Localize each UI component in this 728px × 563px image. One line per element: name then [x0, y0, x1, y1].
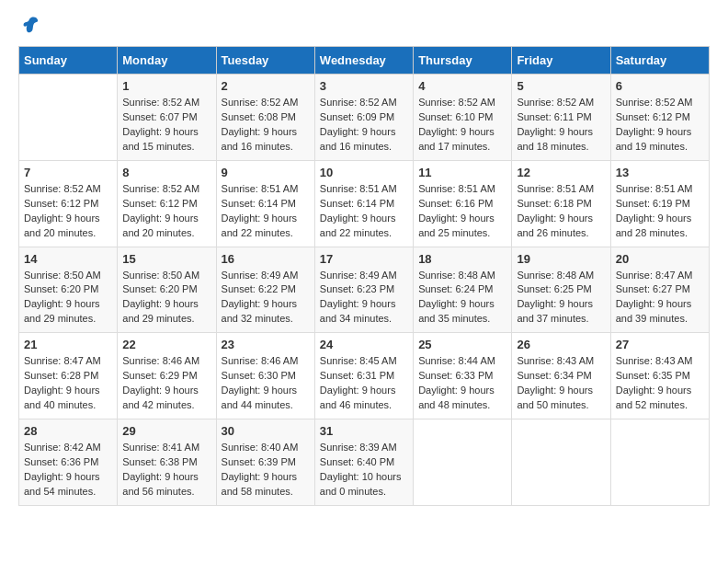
day-number: 31 [320, 424, 408, 438]
cell-content: Sunrise: 8:42 AM Sunset: 6:36 PM Dayligh… [24, 441, 112, 500]
cell-content: Sunrise: 8:51 AM Sunset: 6:18 PM Dayligh… [517, 182, 605, 241]
calendar-cell [414, 419, 512, 506]
calendar-cell: 20Sunrise: 8:47 AM Sunset: 6:27 PM Dayli… [610, 247, 709, 333]
cell-content: Sunrise: 8:52 AM Sunset: 6:09 PM Dayligh… [320, 96, 408, 155]
logo-bird-icon [20, 15, 40, 35]
cell-content: Sunrise: 8:49 AM Sunset: 6:23 PM Dayligh… [320, 269, 408, 327]
day-number: 17 [320, 252, 408, 266]
calendar-cell: 15Sunrise: 8:50 AM Sunset: 6:20 PM Dayli… [118, 247, 216, 333]
day-number: 19 [517, 252, 605, 266]
calendar-cell: 28Sunrise: 8:42 AM Sunset: 6:36 PM Dayli… [19, 419, 118, 506]
cell-content: Sunrise: 8:50 AM Sunset: 6:20 PM Dayligh… [24, 269, 112, 327]
calendar-cell: 21Sunrise: 8:47 AM Sunset: 6:28 PM Dayli… [19, 333, 118, 419]
day-number: 20 [616, 252, 704, 266]
calendar-cell: 4Sunrise: 8:52 AM Sunset: 6:10 PM Daylig… [414, 75, 512, 161]
calendar-cell: 7Sunrise: 8:52 AM Sunset: 6:12 PM Daylig… [19, 160, 118, 247]
cell-content: Sunrise: 8:47 AM Sunset: 6:27 PM Dayligh… [616, 269, 704, 327]
day-number: 13 [616, 166, 704, 179]
calendar-cell: 8Sunrise: 8:52 AM Sunset: 6:12 PM Daylig… [118, 160, 216, 247]
day-number: 5 [517, 79, 605, 93]
calendar-week-4: 21Sunrise: 8:47 AM Sunset: 6:28 PM Dayli… [19, 333, 710, 419]
col-header-friday: Friday [512, 47, 610, 75]
calendar-cell: 6Sunrise: 8:52 AM Sunset: 6:12 PM Daylig… [610, 75, 709, 161]
cell-content: Sunrise: 8:48 AM Sunset: 6:24 PM Dayligh… [418, 269, 506, 327]
calendar-week-2: 7Sunrise: 8:52 AM Sunset: 6:12 PM Daylig… [19, 160, 710, 247]
day-number: 10 [320, 166, 408, 179]
calendar-cell: 24Sunrise: 8:45 AM Sunset: 6:31 PM Dayli… [314, 333, 413, 419]
page-header [18, 15, 710, 35]
cell-content: Sunrise: 8:49 AM Sunset: 6:22 PM Dayligh… [222, 269, 310, 327]
day-number: 29 [122, 424, 210, 438]
calendar-cell: 29Sunrise: 8:41 AM Sunset: 6:38 PM Dayli… [118, 419, 216, 506]
calendar-cell: 9Sunrise: 8:51 AM Sunset: 6:14 PM Daylig… [216, 160, 314, 247]
day-number: 4 [418, 79, 506, 93]
calendar-cell: 13Sunrise: 8:51 AM Sunset: 6:19 PM Dayli… [610, 160, 709, 247]
logo [18, 15, 40, 35]
cell-content: Sunrise: 8:43 AM Sunset: 6:35 PM Dayligh… [616, 354, 704, 413]
day-number: 22 [122, 338, 210, 351]
day-number: 16 [222, 252, 310, 266]
calendar-header: SundayMondayTuesdayWednesdayThursdayFrid… [19, 47, 710, 75]
calendar-cell: 27Sunrise: 8:43 AM Sunset: 6:35 PM Dayli… [610, 333, 709, 419]
cell-content: Sunrise: 8:48 AM Sunset: 6:25 PM Dayligh… [517, 269, 605, 327]
day-number: 12 [517, 166, 605, 179]
calendar-cell: 30Sunrise: 8:40 AM Sunset: 6:39 PM Dayli… [216, 419, 314, 506]
calendar-cell [610, 419, 709, 506]
cell-content: Sunrise: 8:52 AM Sunset: 6:07 PM Dayligh… [122, 96, 210, 155]
calendar-cell: 16Sunrise: 8:49 AM Sunset: 6:22 PM Dayli… [216, 247, 314, 333]
calendar-cell: 10Sunrise: 8:51 AM Sunset: 6:14 PM Dayli… [314, 160, 413, 247]
day-number: 15 [122, 252, 210, 266]
day-number: 7 [24, 166, 112, 179]
day-number: 30 [222, 424, 310, 438]
calendar-cell: 25Sunrise: 8:44 AM Sunset: 6:33 PM Dayli… [414, 333, 512, 419]
day-number: 2 [222, 79, 310, 93]
calendar-cell: 19Sunrise: 8:48 AM Sunset: 6:25 PM Dayli… [512, 247, 610, 333]
calendar-week-5: 28Sunrise: 8:42 AM Sunset: 6:36 PM Dayli… [19, 419, 710, 506]
cell-content: Sunrise: 8:52 AM Sunset: 6:08 PM Dayligh… [222, 96, 310, 155]
calendar-table: SundayMondayTuesdayWednesdayThursdayFrid… [18, 46, 710, 506]
day-number: 3 [320, 79, 408, 93]
cell-content: Sunrise: 8:39 AM Sunset: 6:40 PM Dayligh… [320, 441, 408, 500]
cell-content: Sunrise: 8:52 AM Sunset: 6:11 PM Dayligh… [517, 96, 605, 155]
day-number: 1 [122, 79, 210, 93]
calendar-cell: 17Sunrise: 8:49 AM Sunset: 6:23 PM Dayli… [314, 247, 413, 333]
cell-content: Sunrise: 8:43 AM Sunset: 6:34 PM Dayligh… [517, 354, 605, 413]
cell-content: Sunrise: 8:51 AM Sunset: 6:14 PM Dayligh… [222, 182, 310, 241]
calendar-week-1: 1Sunrise: 8:52 AM Sunset: 6:07 PM Daylig… [19, 75, 710, 161]
day-number: 21 [24, 338, 112, 351]
cell-content: Sunrise: 8:51 AM Sunset: 6:14 PM Dayligh… [320, 182, 408, 241]
calendar-cell: 5Sunrise: 8:52 AM Sunset: 6:11 PM Daylig… [512, 75, 610, 161]
day-number: 14 [24, 252, 112, 266]
day-number: 28 [24, 424, 112, 438]
calendar-cell: 18Sunrise: 8:48 AM Sunset: 6:24 PM Dayli… [414, 247, 512, 333]
day-number: 26 [517, 338, 605, 351]
cell-content: Sunrise: 8:47 AM Sunset: 6:28 PM Dayligh… [24, 354, 112, 413]
day-number: 9 [222, 166, 310, 179]
cell-content: Sunrise: 8:52 AM Sunset: 6:12 PM Dayligh… [122, 182, 210, 241]
cell-content: Sunrise: 8:41 AM Sunset: 6:38 PM Dayligh… [122, 441, 210, 500]
col-header-monday: Monday [118, 47, 216, 75]
day-number: 11 [418, 166, 506, 179]
cell-content: Sunrise: 8:44 AM Sunset: 6:33 PM Dayligh… [418, 354, 506, 413]
cell-content: Sunrise: 8:46 AM Sunset: 6:29 PM Dayligh… [122, 354, 210, 413]
cell-content: Sunrise: 8:51 AM Sunset: 6:16 PM Dayligh… [418, 182, 506, 241]
calendar-cell: 3Sunrise: 8:52 AM Sunset: 6:09 PM Daylig… [314, 75, 413, 161]
cell-content: Sunrise: 8:46 AM Sunset: 6:30 PM Dayligh… [222, 354, 310, 413]
col-header-wednesday: Wednesday [314, 47, 413, 75]
calendar-cell: 22Sunrise: 8:46 AM Sunset: 6:29 PM Dayli… [118, 333, 216, 419]
day-number: 24 [320, 338, 408, 351]
col-header-tuesday: Tuesday [216, 47, 314, 75]
cell-content: Sunrise: 8:50 AM Sunset: 6:20 PM Dayligh… [122, 269, 210, 327]
day-number: 8 [122, 166, 210, 179]
cell-content: Sunrise: 8:52 AM Sunset: 6:12 PM Dayligh… [24, 182, 112, 241]
cell-content: Sunrise: 8:52 AM Sunset: 6:10 PM Dayligh… [418, 96, 506, 155]
cell-content: Sunrise: 8:51 AM Sunset: 6:19 PM Dayligh… [616, 182, 704, 241]
cell-content: Sunrise: 8:45 AM Sunset: 6:31 PM Dayligh… [320, 354, 408, 413]
day-number: 6 [616, 79, 704, 93]
col-header-thursday: Thursday [414, 47, 512, 75]
calendar-cell: 2Sunrise: 8:52 AM Sunset: 6:08 PM Daylig… [216, 75, 314, 161]
calendar-cell [512, 419, 610, 506]
col-header-saturday: Saturday [610, 47, 709, 75]
calendar-cell: 14Sunrise: 8:50 AM Sunset: 6:20 PM Dayli… [19, 247, 118, 333]
calendar-week-3: 14Sunrise: 8:50 AM Sunset: 6:20 PM Dayli… [19, 247, 710, 333]
